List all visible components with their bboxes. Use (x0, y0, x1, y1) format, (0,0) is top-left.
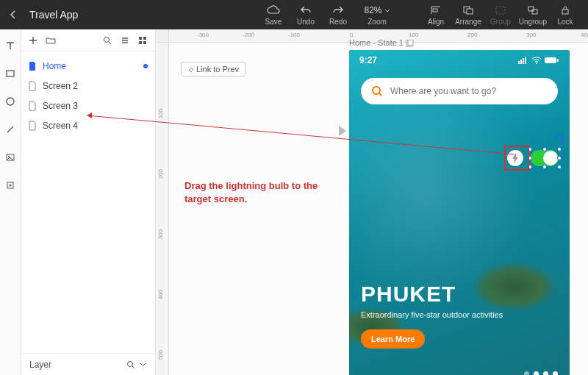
text-tool[interactable] (4, 40, 16, 51)
panel-toolbar (21, 29, 155, 51)
pen-tool[interactable] (4, 124, 16, 135)
layer-search-icon[interactable] (126, 360, 135, 369)
active-dot-icon (143, 64, 148, 68)
image-tool[interactable] (4, 151, 16, 163)
signal-icon (518, 57, 528, 64)
grid-view-icon[interactable] (137, 35, 148, 46)
search-icon[interactable] (102, 35, 112, 46)
panel-footer: Layer (21, 353, 155, 375)
svg-rect-12 (139, 37, 142, 40)
ruler-corner (156, 29, 169, 43)
interaction-widget[interactable] (507, 150, 559, 166)
hero-block: PHUKET Extraordinary five-star outdoor a… (361, 282, 503, 349)
ellipse-tool[interactable] (4, 96, 16, 107)
rect-tool[interactable] (4, 68, 16, 79)
tool-rail (0, 29, 21, 375)
artboard-enter-arrow-icon (338, 125, 348, 137)
svg-rect-2 (496, 7, 505, 14)
svg-rect-3 (528, 7, 534, 11)
screen-label: Screen 4 (43, 121, 78, 131)
screens-panel: HomeScreen 2Screen 3Screen 4 Layer (21, 29, 156, 375)
learn-more-button[interactable]: Learn More (361, 329, 425, 349)
undo-button[interactable]: Undo (290, 1, 321, 28)
status-time: 9:27 (359, 55, 377, 65)
svg-rect-14 (139, 41, 142, 44)
refresh-icon[interactable] (553, 132, 564, 144)
screen-item-1[interactable]: Screen 2 (21, 76, 155, 96)
svg-point-26 (373, 87, 380, 94)
svg-rect-21 (523, 58, 524, 64)
group-icon (495, 4, 506, 17)
search-input[interactable] (390, 86, 548, 96)
top-toolbar: Travel App Save Undo Redo 82% Zoom Align… (0, 0, 588, 29)
toggle-switch[interactable] (531, 150, 559, 166)
save-button[interactable]: Save (258, 1, 289, 28)
page-indicator[interactable] (524, 371, 558, 375)
svg-rect-25 (557, 59, 559, 62)
list-view-icon[interactable] (120, 35, 130, 46)
battery-icon (545, 57, 559, 64)
link-to-prev-button[interactable]: Link to Prev (181, 62, 245, 76)
svg-rect-5 (562, 10, 568, 14)
component-tool[interactable] (4, 179, 16, 191)
align-button[interactable]: Align (420, 1, 451, 28)
hero-title: PHUKET (361, 282, 503, 307)
hero-subtitle: Extraordinary five-star outdoor activiti… (361, 310, 503, 321)
redo-button[interactable]: Redo (323, 1, 354, 28)
artboard-label: Home - State 1 (349, 38, 415, 47)
group-button[interactable]: Group (485, 1, 516, 28)
arrange-icon (462, 4, 474, 17)
svg-point-23 (536, 63, 537, 64)
ungroup-button[interactable]: Ungroup (517, 1, 548, 28)
screen-item-3[interactable]: Screen 4 (21, 115, 155, 135)
wifi-icon (531, 57, 542, 64)
svg-rect-22 (525, 57, 526, 64)
search-icon (371, 85, 383, 97)
page-icon (28, 101, 37, 111)
svg-rect-20 (520, 60, 522, 64)
screen-label: Home (43, 61, 66, 71)
screen-list: HomeScreen 2Screen 3Screen 4 (21, 51, 155, 353)
svg-rect-13 (143, 37, 146, 40)
svg-rect-6 (7, 71, 14, 76)
page-icon (28, 61, 37, 71)
lightning-icon[interactable] (507, 150, 523, 166)
back-button[interactable] (7, 9, 19, 21)
svg-rect-18 (408, 40, 413, 46)
svg-point-7 (7, 98, 14, 105)
layer-label: Layer (29, 360, 51, 370)
svg-rect-24 (545, 57, 556, 63)
lock-icon (560, 4, 570, 17)
zoom-control[interactable]: 82% Zoom (355, 1, 399, 28)
undo-icon (300, 4, 312, 17)
search-field[interactable] (361, 78, 558, 104)
svg-point-16 (128, 361, 133, 366)
status-bar: 9:27 (349, 50, 570, 71)
ungroup-icon (527, 4, 539, 17)
annotation-text: Drag the lightning bulb to the target sc… (184, 179, 331, 205)
screen-item-0[interactable]: Home (21, 56, 155, 76)
screen-label: Screen 3 (43, 101, 78, 111)
ruler-vertical: 100200300400500 (156, 43, 169, 375)
layer-dropdown-icon[interactable] (140, 362, 146, 367)
phone-artboard[interactable]: 9:27 PHUKET Extraordinary five-star outd… (349, 50, 570, 375)
svg-rect-19 (518, 61, 520, 64)
cloud-icon (267, 4, 280, 17)
redo-icon (332, 4, 344, 17)
page-icon (28, 81, 37, 91)
svg-rect-4 (532, 10, 537, 14)
align-icon (430, 4, 442, 17)
page-icon (28, 121, 37, 131)
svg-rect-1 (467, 9, 473, 14)
add-screen-button[interactable] (28, 35, 38, 46)
folder-button[interactable] (46, 35, 56, 46)
screen-label: Screen 2 (43, 81, 78, 91)
svg-rect-15 (143, 41, 146, 44)
svg-point-11 (104, 37, 110, 42)
lock-button[interactable]: Lock (550, 1, 581, 28)
arrange-button[interactable]: Arrange (453, 1, 484, 28)
app-title: Travel App (29, 9, 78, 21)
